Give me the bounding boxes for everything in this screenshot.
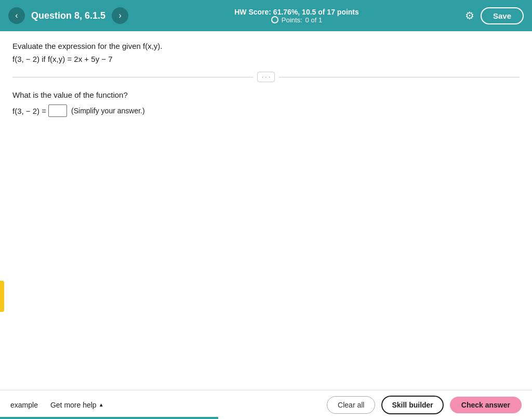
nav-controls: ‹ Question 8, 6.1.5 › <box>8 7 128 24</box>
question-title: Question 8, 6.1.5 <box>31 10 105 21</box>
prev-button[interactable]: ‹ <box>8 7 25 24</box>
clear-all-button[interactable]: Clear all <box>327 396 375 414</box>
simplify-note: (Simplify your answer.) <box>71 107 145 115</box>
sidebar-tab[interactable] <box>0 281 4 312</box>
points-row: Points: 0 of 1 <box>128 16 465 24</box>
main-content: Evaluate the expression for the given f(… <box>0 31 532 127</box>
footer-underline <box>0 417 218 419</box>
get-more-help-label: Get more help <box>50 401 97 409</box>
example-button[interactable]: example <box>10 401 38 409</box>
save-button[interactable]: Save <box>481 7 524 24</box>
points-circle-icon <box>271 16 278 23</box>
question-label: What is the value of the function? <box>12 90 520 99</box>
divider-line-left <box>12 77 253 77</box>
points-value: 0 of 1 <box>305 16 323 24</box>
divider-line-right <box>279 77 520 77</box>
get-more-help-button[interactable]: Get more help ▲ <box>50 401 104 409</box>
divider: · · · <box>12 72 520 82</box>
answer-row: f(3, − 2) = (Simplify your answer.) <box>12 104 520 117</box>
settings-button[interactable]: ⚙ <box>465 9 474 22</box>
check-answer-button[interactable]: Check answer <box>450 397 522 413</box>
footer: example Get more help ▲ Clear all Skill … <box>0 390 532 419</box>
evaluate-text: Evaluate the expression for the given f(… <box>12 42 520 50</box>
divider-dots: · · · <box>257 72 275 82</box>
chevron-up-icon: ▲ <box>99 402 104 408</box>
header-right: ⚙ Save <box>465 7 524 24</box>
function-expression: f(3, − 2) if f(x,y) = 2x + 5y − 7 <box>12 55 520 63</box>
score-section: HW Score: 61.76%, 10.5 of 17 points Poin… <box>128 8 465 24</box>
footer-actions: Clear all Skill builder Check answer <box>327 396 522 414</box>
next-button[interactable]: › <box>112 7 128 24</box>
hw-score: HW Score: 61.76%, 10.5 of 17 points <box>128 8 465 16</box>
answer-prefix: f(3, − 2) = <box>12 107 46 115</box>
points-label: Points: <box>282 16 302 24</box>
answer-input[interactable] <box>48 104 67 117</box>
skill-builder-button[interactable]: Skill builder <box>381 396 443 414</box>
header: ‹ Question 8, 6.1.5 › HW Score: 61.76%, … <box>0 0 532 31</box>
